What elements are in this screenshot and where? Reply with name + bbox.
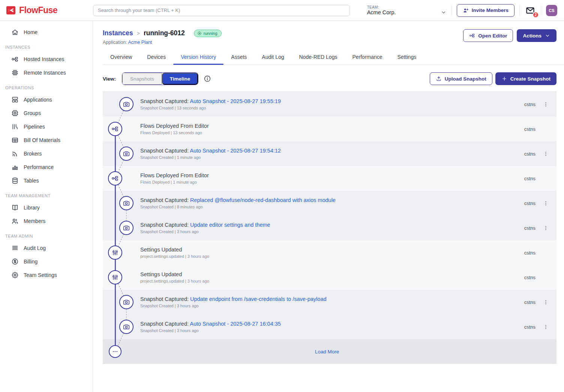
- row-user: cstns: [524, 324, 536, 330]
- timeline-row: Snapshot Captured: Auto Snapshot - 2025-…: [103, 314, 556, 339]
- sidebar-item-members[interactable]: Members: [0, 214, 93, 228]
- sidebar-item-performance[interactable]: Performance: [0, 160, 93, 174]
- flowfuse-logo[interactable]: FlowFuse: [6, 5, 93, 15]
- sidebar-item-label: Remote Instances: [24, 70, 66, 76]
- row-title-prefix: Snapshot Captured:: [140, 296, 190, 302]
- row-title-prefix: Snapshot Captured:: [140, 98, 190, 104]
- snapshot-link[interactable]: Auto Snapshot - 2025-08-27 19:54:12: [190, 148, 281, 154]
- flowfuse-logo-icon: [6, 6, 16, 15]
- sidebar-item-hosted-instances[interactable]: Hosted Instances: [0, 52, 93, 66]
- row-menu-button[interactable]: [540, 148, 551, 159]
- create-snapshot-label: Create Snapshot: [510, 76, 550, 82]
- instance-name: running-6012: [144, 29, 185, 37]
- sidebar-item-team-settings[interactable]: Team Settings: [0, 268, 93, 282]
- main-content: Instances > running-6012 running Applica…: [93, 21, 564, 392]
- open-editor-label: Open Editor: [478, 33, 507, 39]
- row-menu-button[interactable]: [540, 197, 551, 209]
- sidebar-section-team-admin: TEAM ADMIN: [0, 228, 93, 241]
- sliders-icon: [108, 245, 122, 260]
- sidebar-section-team-management: TEAM MANAGEMENT: [0, 187, 93, 201]
- sidebar-item-label: Audit Log: [24, 245, 46, 251]
- sidebar-item-pipelines[interactable]: Pipelines: [0, 120, 93, 133]
- view-label: View:: [103, 76, 116, 82]
- sidebar-item-label: Library: [24, 205, 40, 211]
- snapshot-link[interactable]: Replaced @flowfuse/node-red-dashboard wi…: [190, 197, 336, 203]
- running-status-icon: [197, 31, 202, 36]
- avatar[interactable]: CS: [546, 5, 557, 16]
- row-menu-button[interactable]: [540, 296, 551, 308]
- sidebar-item-label: Groups: [24, 110, 41, 116]
- sidebar-item-brokers[interactable]: Brokers: [0, 147, 93, 160]
- search-input[interactable]: [93, 5, 350, 16]
- view-toolbar: View: SnapshotsTimeline Upload Snapshot …: [93, 65, 564, 91]
- sidebar-item-billing[interactable]: Billing: [0, 255, 93, 268]
- tab-settings[interactable]: Settings: [390, 50, 424, 64]
- row-menu-button[interactable]: [540, 321, 551, 332]
- info-button[interactable]: [204, 75, 211, 82]
- row-menu-button[interactable]: [540, 99, 551, 110]
- open-editor-button[interactable]: Open Editor: [463, 29, 513, 42]
- tab-node-red-logs[interactable]: Node-RED Logs: [292, 50, 345, 64]
- view-toggle-snapshots[interactable]: Snapshots: [122, 73, 162, 85]
- invite-members-button[interactable]: Invite Members: [457, 4, 514, 17]
- groups-icon: [11, 109, 19, 117]
- row-title-prefix: Snapshot Captured:: [140, 148, 190, 154]
- row-meta: Snapshot Created | 1 minute ago: [140, 155, 524, 160]
- sidebar-item-audit-log[interactable]: Audit Log: [0, 241, 93, 255]
- sidebar-item-applications[interactable]: Applications: [0, 93, 93, 106]
- sidebar-item-home[interactable]: Home: [0, 25, 93, 39]
- tab-version-history[interactable]: Version History: [173, 50, 224, 64]
- sidebar-item-bill-of-materials[interactable]: Bill Of Materials: [0, 133, 93, 147]
- nodes-icon: [11, 55, 19, 63]
- snapshot-link[interactable]: Update editor settings and theme: [190, 222, 270, 228]
- sidebar-item-groups[interactable]: Groups: [0, 106, 93, 120]
- tab-overview[interactable]: Overview: [103, 50, 140, 64]
- sidebar-item-label: Hosted Instances: [24, 56, 64, 62]
- broadcast-icon: [11, 150, 19, 157]
- info-icon: [204, 75, 211, 82]
- team-label: TEAM:: [367, 5, 447, 9]
- sidebar-item-label: Brokers: [24, 151, 42, 157]
- row-title: Flows Deployed From Editor: [140, 123, 524, 129]
- pipelines-icon: [11, 123, 19, 130]
- snapshot-link[interactable]: Auto Snapshot - 2025-08-27 16:04:35: [190, 321, 281, 327]
- tab-assets[interactable]: Assets: [224, 50, 254, 64]
- users-icon: [11, 217, 19, 225]
- status-label: running: [204, 31, 218, 36]
- load-more-link[interactable]: Load More: [315, 349, 339, 355]
- sidebar-section-instances: INSTANCES: [0, 39, 93, 52]
- team-selector[interactable]: TEAM: Acme Corp.: [367, 5, 447, 15]
- timeline-row: Snapshot Captured: Update endpoint from …: [103, 290, 556, 314]
- sidebar-item-remote-instances[interactable]: Remote Instances: [0, 66, 93, 79]
- dollar-icon: [11, 258, 19, 265]
- chevron-down-icon: [544, 33, 550, 39]
- camera-icon: [119, 147, 134, 161]
- create-snapshot-button[interactable]: Create Snapshot: [495, 72, 556, 85]
- view-toggle-timeline[interactable]: Timeline: [162, 73, 198, 85]
- editor-nodes-icon: [469, 33, 475, 39]
- nodes-icon: [108, 171, 122, 186]
- tab-performance[interactable]: Performance: [345, 50, 390, 64]
- actions-button[interactable]: Actions: [517, 29, 556, 42]
- tab-devices[interactable]: Devices: [140, 50, 173, 64]
- sidebar-item-label: Billing: [24, 259, 38, 265]
- camera-icon: [119, 97, 134, 111]
- row-title: Snapshot Captured: Auto Snapshot - 2025-…: [140, 148, 524, 154]
- snapshot-link[interactable]: Auto Snapshot - 2025-08-27 19:55:19: [190, 98, 281, 104]
- row-menu-button[interactable]: [540, 222, 551, 233]
- chevron-down-icon: [441, 9, 447, 15]
- row-meta: Snapshot Created | 8 minutes ago: [140, 205, 524, 209]
- row-meta: Snapshot Created | 3 hours ago: [140, 229, 524, 234]
- timeline-row: Snapshot Captured: Update editor setting…: [103, 215, 556, 240]
- sidebar-item-library[interactable]: Library: [0, 201, 93, 214]
- upload-snapshot-button[interactable]: Upload Snapshot: [430, 72, 492, 85]
- tab-audit-log[interactable]: Audit Log: [254, 50, 291, 64]
- breadcrumb-instances-link[interactable]: Instances: [103, 29, 133, 37]
- sidebar-item-label: Tables: [24, 178, 39, 184]
- notifications-button[interactable]: 2: [525, 5, 536, 16]
- application-link[interactable]: Acme Plant: [128, 40, 152, 45]
- timeline-row: Settings Updatedproject.settings.updated…: [103, 265, 556, 290]
- timeline-row: Snapshot Captured: Auto Snapshot - 2025-…: [103, 92, 556, 117]
- sidebar-item-tables[interactable]: Tables: [0, 174, 93, 187]
- snapshot-link[interactable]: Update endpoint from /save-credentials t…: [190, 296, 327, 302]
